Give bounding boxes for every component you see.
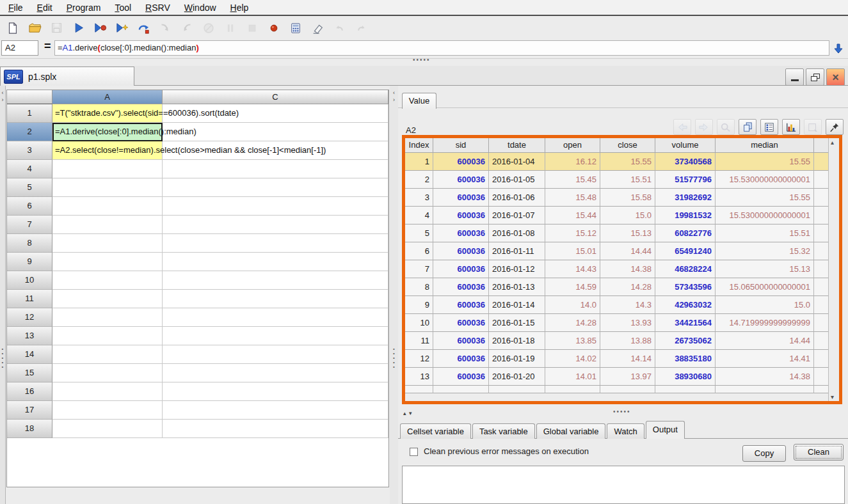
tab-cellset-variable[interactable]: Cellset variable	[400, 423, 471, 439]
result-cell[interactable]: 10	[405, 314, 433, 332]
result-cell[interactable]: 65491240	[655, 242, 716, 260]
result-cell[interactable]: 15.12	[545, 224, 600, 242]
result-cell[interactable]: 7	[405, 260, 433, 278]
result-cell[interactable]: 26735062	[655, 332, 716, 350]
result-cell[interactable]: 15.32	[716, 242, 814, 260]
cell-C5[interactable]	[163, 178, 388, 197]
column-header-a[interactable]: A	[52, 90, 163, 104]
result-cell[interactable]: 15.01	[545, 242, 600, 260]
result-cell[interactable]: 3	[405, 189, 433, 207]
result-cell[interactable]: 13.88	[600, 332, 655, 350]
result-cell[interactable]: 2016-01-14	[489, 296, 545, 314]
result-cell[interactable]: 2016-01-12	[489, 260, 545, 278]
cell-C3[interactable]	[163, 141, 388, 160]
result-column-header-close[interactable]: close	[600, 138, 655, 153]
result-cell[interactable]: 15.13	[600, 224, 655, 242]
cell-C6[interactable]	[163, 197, 388, 216]
row-header-5[interactable]: 5	[7, 178, 52, 197]
cell-C17[interactable]	[163, 401, 388, 420]
cell-A10[interactable]	[52, 271, 163, 290]
cell-A7[interactable]	[52, 216, 163, 234]
cell-A8[interactable]	[52, 234, 163, 253]
result-cell[interactable]: 14.3	[600, 296, 655, 314]
result-cell[interactable]: 15.065000000000001	[716, 278, 814, 296]
result-cell[interactable]: 15.0	[600, 207, 655, 224]
step-over-icon[interactable]	[136, 20, 151, 36]
copy-value-icon[interactable]	[739, 119, 756, 135]
menu-edit[interactable]: Edit	[30, 1, 60, 14]
result-cell[interactable]: 600036	[433, 260, 489, 278]
clear-icon[interactable]	[310, 20, 325, 36]
result-cell[interactable]: 15.0	[716, 296, 814, 314]
result-cell[interactable]: 14.02	[545, 350, 600, 368]
result-row[interactable]: 136000362016-01-2014.0113.973893068014.3…	[405, 368, 829, 386]
menu-program[interactable]: Program	[60, 1, 108, 14]
row-header-9[interactable]: 9	[7, 253, 52, 271]
execute-icon[interactable]	[70, 20, 86, 36]
result-cell[interactable]: 2016-01-04	[489, 153, 545, 171]
result-cell[interactable]: 600036	[433, 224, 489, 242]
result-cell[interactable]: 12	[405, 350, 433, 368]
menu-window[interactable]: Window	[177, 1, 223, 14]
result-row[interactable]: 66000362016-01-1115.0114.446549124015.32	[405, 242, 829, 260]
result-cell[interactable]: 14.28	[545, 314, 600, 332]
cell-A14[interactable]	[52, 345, 163, 364]
cell-C14[interactable]	[163, 345, 388, 364]
result-row[interactable]: 36000362016-01-0615.4815.583198269215.55	[405, 189, 829, 207]
result-cell[interactable]: 15.55	[716, 189, 814, 207]
result-cell[interactable]: 14.38	[600, 260, 655, 278]
menu-rsrv[interactable]: RSRV	[138, 1, 177, 14]
result-row[interactable]: 56000362016-01-0815.1215.136082277615.51	[405, 224, 829, 242]
result-row[interactable]: 76000362016-01-1214.4314.384682822415.13	[405, 260, 829, 278]
result-cell[interactable]: 600036	[433, 368, 489, 386]
result-cell[interactable]: 57343596	[655, 278, 716, 296]
cell-reference-box[interactable]: A2	[1, 40, 38, 56]
result-cell[interactable]: 2016-01-18	[489, 332, 545, 350]
result-cell[interactable]: 14.719999999999999	[716, 314, 814, 332]
menu-tool[interactable]: Tool	[108, 1, 138, 14]
cell-C9[interactable]	[163, 253, 388, 271]
close-button[interactable]	[826, 68, 845, 86]
cell-C16[interactable]	[163, 382, 388, 401]
result-cell[interactable]: 15.45	[545, 171, 600, 189]
result-cell[interactable]: 2016-01-07	[489, 207, 545, 224]
cell-A5[interactable]	[52, 178, 163, 197]
grid-corner[interactable]	[7, 90, 52, 104]
result-cell[interactable]: 15.55	[600, 153, 655, 171]
result-cell[interactable]: 600036	[433, 242, 489, 260]
result-cell[interactable]: 11	[405, 332, 433, 350]
result-cell[interactable]: 2016-01-19	[489, 350, 545, 368]
result-cell[interactable]: 13.85	[545, 332, 600, 350]
cell-C4[interactable]	[163, 160, 388, 178]
result-cell[interactable]: 14.14	[600, 350, 655, 368]
result-row[interactable]: 106000362016-01-1514.2813.933442156414.7…	[405, 314, 829, 332]
cell-C7[interactable]	[163, 216, 388, 234]
result-cell[interactable]: 42963032	[655, 296, 716, 314]
calculator-icon[interactable]	[288, 20, 303, 36]
result-cell[interactable]: 14.0	[545, 296, 600, 314]
row-header-18[interactable]: 18	[7, 420, 52, 438]
cell-C10[interactable]	[163, 271, 388, 290]
result-cell[interactable]: 14.41	[716, 350, 814, 368]
result-cell[interactable]: 600036	[433, 314, 489, 332]
execute-to-cursor-icon[interactable]	[92, 20, 108, 36]
cell-A4[interactable]	[52, 160, 163, 178]
row-header-11[interactable]: 11	[7, 290, 52, 308]
tab-output[interactable]: Output	[646, 421, 685, 439]
cell-A17[interactable]	[52, 401, 163, 420]
result-cell[interactable]: 15.48	[545, 189, 600, 207]
row-header-14[interactable]: 14	[7, 345, 52, 364]
result-table-scrollbar[interactable]	[828, 138, 839, 401]
result-cell[interactable]: 15.51	[600, 171, 655, 189]
restore-button[interactable]	[806, 68, 824, 86]
result-cell[interactable]: 51577796	[655, 171, 716, 189]
result-cell[interactable]: 15.51	[716, 224, 814, 242]
cell-C15[interactable]	[163, 364, 388, 382]
result-cell[interactable]: 13	[405, 368, 433, 386]
result-cell[interactable]: 14.59	[545, 278, 600, 296]
column-header-c[interactable]: C	[163, 90, 388, 104]
result-cell[interactable]: 15.58	[600, 189, 655, 207]
cell-A11[interactable]	[52, 290, 163, 308]
copy-button[interactable]: Copy	[742, 445, 786, 462]
row-header-4[interactable]: 4	[7, 160, 52, 178]
